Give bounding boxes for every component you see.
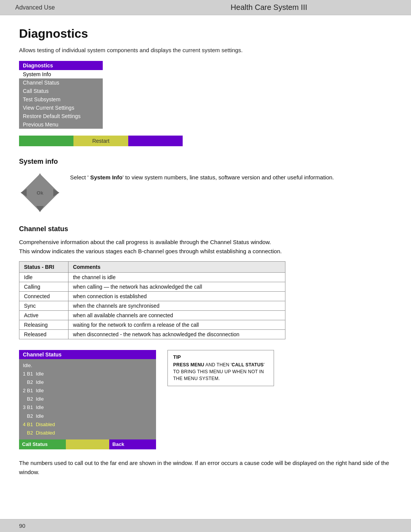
channel-line-4b1: 4 B1 Disabled bbox=[23, 420, 152, 429]
nav-diamond[interactable]: Ok bbox=[19, 172, 61, 214]
back-button[interactable]: Back bbox=[109, 439, 156, 449]
channel-line-3b1: 3 B1 Idle bbox=[23, 403, 152, 412]
status-idle: Idle bbox=[19, 273, 68, 282]
comment-released: when disconnected - the network has ackn… bbox=[68, 330, 285, 339]
channel-line-3b2: B2 Idle bbox=[23, 412, 152, 420]
system-info-text: Select ' System Info' to view system num… bbox=[70, 170, 334, 182]
table-row: Releasing waiting for the network to con… bbox=[19, 320, 285, 330]
table-row: Sync when the channels are synchronised bbox=[19, 301, 285, 311]
page-number: 90 bbox=[19, 522, 25, 529]
tip-label: TIP bbox=[173, 354, 181, 360]
table-row: Calling when calling — the network has a… bbox=[19, 282, 285, 292]
header-center: Health Care System III bbox=[142, 3, 396, 12]
menu-item-system-info[interactable]: System Info bbox=[19, 70, 103, 78]
channel-line-1b1: 1 B1 Idle bbox=[23, 370, 152, 378]
channel-status-window-container: Channel Status Idle. 1 B1 Idle B2 Idle 2… bbox=[19, 350, 156, 449]
channel-window-header: Channel Status bbox=[19, 350, 156, 359]
table-row: Active when all available channels are c… bbox=[19, 311, 285, 320]
comment-connected: when connection is established bbox=[68, 292, 285, 301]
status-sync: Sync bbox=[19, 301, 68, 311]
tip-text: Press Menu and then 'Call Status' to bri… bbox=[173, 361, 268, 382]
system-info-prefix: Select ' bbox=[70, 174, 90, 181]
tip-box: TIP Press Menu and then 'Call Status' to… bbox=[167, 350, 274, 386]
func-bar-restart[interactable]: Restart bbox=[73, 136, 128, 146]
channel-intro: Comprehensive information about the call… bbox=[19, 238, 392, 256]
menu-item-test-subsystem[interactable]: Test Subsystem bbox=[19, 95, 103, 104]
page-header: Advanced Use Health Care System III bbox=[0, 0, 411, 15]
arrow-left-icon[interactable] bbox=[21, 189, 27, 197]
bottom-text: The numbers used to call out to the far … bbox=[19, 459, 392, 477]
comment-active: when all available channels are connecte… bbox=[68, 311, 285, 320]
table-row: Released when disconnected - the network… bbox=[19, 330, 285, 339]
back-label: Back bbox=[112, 441, 124, 447]
channel-line-2b1: 2 B1 Idle bbox=[23, 387, 152, 395]
func-bar-purple bbox=[128, 136, 183, 146]
menu-item-call-status[interactable]: Call Status bbox=[19, 87, 103, 95]
menu-item-restore-default-settings[interactable]: Restore Default Settings bbox=[19, 112, 103, 120]
table-row: Connected when connection is established bbox=[19, 292, 285, 301]
channel-status-title: Channel status bbox=[19, 225, 392, 233]
comment-sync: when the channels are synchronised bbox=[68, 301, 285, 311]
menu-header: Diagnostics bbox=[19, 61, 103, 70]
channel-line-idle-main: Idle. bbox=[23, 361, 152, 370]
call-status-label: Call Status bbox=[22, 441, 48, 447]
menu-item-view-current-settings[interactable]: View Current Settings bbox=[19, 104, 103, 112]
function-bar-2: Call Status Back bbox=[19, 439, 156, 449]
system-info-suffix: ' to view system numbers, line status, s… bbox=[123, 174, 334, 181]
intro-text: Allows testing of individual system comp… bbox=[19, 47, 392, 53]
table-row: Idle the channel is idle bbox=[19, 273, 285, 282]
channel-status-area: Channel Status Idle. 1 B1 Idle B2 Idle 2… bbox=[19, 350, 392, 449]
channel-intro-line1: Comprehensive information about the call… bbox=[19, 239, 271, 245]
call-status-button[interactable]: Call Status bbox=[19, 439, 66, 449]
channel-line-2b2: B2 Idle bbox=[23, 395, 152, 403]
status-connected: Connected bbox=[19, 292, 68, 301]
arrow-right-icon[interactable] bbox=[53, 189, 59, 197]
header-left: Advanced Use bbox=[15, 4, 142, 11]
channel-status-window: Channel Status Idle. 1 B1 Idle B2 Idle 2… bbox=[19, 350, 156, 439]
channel-intro-line2: This window indicates the various stages… bbox=[19, 248, 282, 254]
function-bar: Restart bbox=[19, 136, 183, 146]
comment-idle: the channel is idle bbox=[68, 273, 285, 282]
system-info-title: System info bbox=[19, 158, 392, 166]
table-header-status: Status - BRI bbox=[19, 262, 68, 273]
channel-status-section: Channel status Comprehensive information… bbox=[19, 225, 392, 449]
status-releasing: Releasing bbox=[19, 320, 68, 330]
table-header-comments: Comments bbox=[68, 262, 285, 273]
status-active: Active bbox=[19, 311, 68, 320]
system-info-body: Ok Select ' System Info' to view system … bbox=[19, 170, 392, 214]
arrow-down-icon[interactable] bbox=[36, 206, 44, 212]
func-bar2-yellow bbox=[66, 439, 110, 449]
channel-window-body: Idle. 1 B1 Idle B2 Idle 2 B1 Idle B2 Idl… bbox=[19, 359, 156, 439]
channel-line-4b2: B2 Disabled bbox=[23, 429, 152, 437]
comment-releasing: waiting for the network to confirm a rel… bbox=[68, 320, 285, 330]
restart-label: Restart bbox=[92, 138, 109, 144]
page: Advanced Use Health Care System III Diag… bbox=[0, 0, 411, 532]
menu-item-previous-menu[interactable]: Previous Menu bbox=[19, 120, 103, 129]
func-bar-green bbox=[19, 136, 73, 146]
channel-line-1b2: B2 Idle bbox=[23, 378, 152, 387]
comment-calling: when calling — the network has acknowled… bbox=[68, 282, 285, 292]
status-table: Status - BRI Comments Idle the channel i… bbox=[19, 261, 285, 339]
diagnostics-menu: Diagnostics System Info Channel Status C… bbox=[19, 61, 103, 129]
system-info-section: System info Ok Select ' System Info' to … bbox=[19, 158, 392, 214]
menu-item-channel-status[interactable]: Channel Status bbox=[19, 78, 103, 87]
page-footer: 90 bbox=[0, 519, 411, 532]
main-content: Diagnostics Allows testing of individual… bbox=[0, 15, 411, 519]
status-released: Released bbox=[19, 330, 68, 339]
system-info-bold: System Info bbox=[90, 174, 123, 181]
ok-button[interactable]: Ok bbox=[37, 190, 43, 196]
page-title: Diagnostics bbox=[19, 27, 392, 41]
status-calling: Calling bbox=[19, 282, 68, 292]
